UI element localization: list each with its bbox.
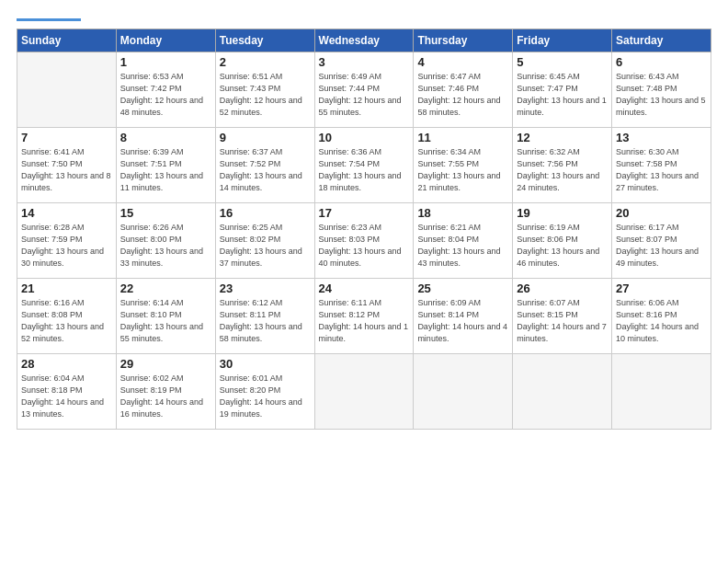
week-row-4: 21 Sunrise: 6:16 AMSunset: 8:08 PMDaylig…: [17, 279, 711, 354]
day-info: Sunrise: 6:06 AMSunset: 8:16 PMDaylight:…: [616, 297, 707, 345]
day-number: 8: [120, 131, 211, 144]
day-number: 21: [21, 282, 112, 295]
day-number: 25: [417, 282, 508, 295]
calendar-cell: 28 Sunrise: 6:04 AMSunset: 8:18 PMDaylig…: [17, 354, 117, 430]
day-header-wednesday: Wednesday: [314, 29, 414, 52]
day-info: Sunrise: 6:45 AMSunset: 7:47 PMDaylight:…: [517, 71, 608, 119]
calendar-cell: 11 Sunrise: 6:34 AMSunset: 7:55 PMDaylig…: [414, 128, 513, 203]
day-number: 18: [417, 206, 508, 220]
day-header-monday: Monday: [116, 29, 215, 52]
calendar-cell: 18 Sunrise: 6:21 AMSunset: 8:04 PMDaylig…: [414, 203, 513, 279]
day-number: 10: [319, 131, 410, 144]
day-number: 1: [120, 55, 211, 69]
calendar-cell: [17, 52, 117, 128]
week-row-1: 1 Sunrise: 6:53 AMSunset: 7:42 PMDayligh…: [17, 52, 711, 128]
day-header-thursday: Thursday: [414, 29, 513, 52]
day-header-friday: Friday: [513, 29, 612, 52]
calendar-cell: 13 Sunrise: 6:30 AMSunset: 7:58 PMDaylig…: [612, 128, 711, 203]
day-number: 11: [417, 131, 508, 144]
day-header-saturday: Saturday: [612, 29, 711, 52]
calendar-cell: 16 Sunrise: 6:25 AMSunset: 8:02 PMDaylig…: [215, 203, 314, 279]
calendar-cell: [314, 354, 414, 430]
day-info: Sunrise: 6:53 AMSunset: 7:42 PMDaylight:…: [120, 71, 211, 119]
day-info: Sunrise: 6:07 AMSunset: 8:15 PMDaylight:…: [517, 297, 608, 345]
day-info: Sunrise: 6:11 AMSunset: 8:12 PMDaylight:…: [319, 297, 410, 345]
logo: [17, 17, 81, 21]
calendar-table: SundayMondayTuesdayWednesdayThursdayFrid…: [17, 29, 711, 430]
days-header-row: SundayMondayTuesdayWednesdayThursdayFrid…: [17, 29, 711, 52]
calendar-cell: 30 Sunrise: 6:01 AMSunset: 8:20 PMDaylig…: [215, 354, 314, 430]
calendar-cell: 29 Sunrise: 6:02 AMSunset: 8:19 PMDaylig…: [116, 354, 215, 430]
week-row-5: 28 Sunrise: 6:04 AMSunset: 8:18 PMDaylig…: [17, 354, 711, 430]
calendar-cell: 20 Sunrise: 6:17 AMSunset: 8:07 PMDaylig…: [612, 203, 711, 279]
calendar-cell: 25 Sunrise: 6:09 AMSunset: 8:14 PMDaylig…: [414, 279, 513, 354]
day-info: Sunrise: 6:14 AMSunset: 8:10 PMDaylight:…: [120, 297, 211, 345]
day-info: Sunrise: 6:28 AMSunset: 7:59 PMDaylight:…: [21, 222, 112, 270]
day-number: 27: [616, 282, 707, 295]
calendar-cell: [612, 354, 711, 430]
day-number: 30: [220, 357, 311, 371]
calendar-cell: 21 Sunrise: 6:16 AMSunset: 8:08 PMDaylig…: [17, 279, 117, 354]
day-info: Sunrise: 6:32 AMSunset: 7:56 PMDaylight:…: [517, 146, 608, 194]
calendar-cell: 5 Sunrise: 6:45 AMSunset: 7:47 PMDayligh…: [513, 52, 612, 128]
day-info: Sunrise: 6:34 AMSunset: 7:55 PMDaylight:…: [417, 146, 508, 194]
day-header-sunday: Sunday: [17, 29, 117, 52]
calendar-cell: 27 Sunrise: 6:06 AMSunset: 8:16 PMDaylig…: [612, 279, 711, 354]
calendar-cell: 2 Sunrise: 6:51 AMSunset: 7:43 PMDayligh…: [215, 52, 314, 128]
day-number: 16: [220, 206, 311, 220]
day-number: 19: [517, 206, 608, 220]
calendar-cell: 24 Sunrise: 6:11 AMSunset: 8:12 PMDaylig…: [314, 279, 414, 354]
day-number: 7: [21, 131, 112, 144]
day-number: 17: [319, 206, 410, 220]
day-info: Sunrise: 6:39 AMSunset: 7:51 PMDaylight:…: [120, 146, 211, 194]
day-number: 28: [21, 357, 112, 371]
calendar-cell: [414, 354, 513, 430]
calendar-cell: 22 Sunrise: 6:14 AMSunset: 8:10 PMDaylig…: [116, 279, 215, 354]
calendar-cell: 8 Sunrise: 6:39 AMSunset: 7:51 PMDayligh…: [116, 128, 215, 203]
day-number: 5: [517, 55, 608, 69]
day-info: Sunrise: 6:30 AMSunset: 7:58 PMDaylight:…: [616, 146, 707, 194]
day-number: 22: [120, 282, 211, 295]
calendar-cell: 15 Sunrise: 6:26 AMSunset: 8:00 PMDaylig…: [116, 203, 215, 279]
calendar-cell: 4 Sunrise: 6:47 AMSunset: 7:46 PMDayligh…: [414, 52, 513, 128]
calendar-cell: 10 Sunrise: 6:36 AMSunset: 7:54 PMDaylig…: [314, 128, 414, 203]
calendar-cell: 26 Sunrise: 6:07 AMSunset: 8:15 PMDaylig…: [513, 279, 612, 354]
day-info: Sunrise: 6:16 AMSunset: 8:08 PMDaylight:…: [21, 297, 112, 345]
day-info: Sunrise: 6:25 AMSunset: 8:02 PMDaylight:…: [220, 222, 311, 270]
day-number: 6: [616, 55, 707, 69]
day-number: 23: [220, 282, 311, 295]
day-number: 26: [517, 282, 608, 295]
calendar-cell: [513, 354, 612, 430]
day-number: 4: [417, 55, 508, 69]
week-row-2: 7 Sunrise: 6:41 AMSunset: 7:50 PMDayligh…: [17, 128, 711, 203]
day-info: Sunrise: 6:51 AMSunset: 7:43 PMDaylight:…: [220, 71, 311, 119]
page-container: SundayMondayTuesdayWednesdayThursdayFrid…: [0, 0, 728, 563]
day-number: 24: [319, 282, 410, 295]
day-info: Sunrise: 6:19 AMSunset: 8:06 PMDaylight:…: [517, 222, 608, 270]
day-info: Sunrise: 6:49 AMSunset: 7:44 PMDaylight:…: [319, 71, 410, 119]
calendar-cell: 12 Sunrise: 6:32 AMSunset: 7:56 PMDaylig…: [513, 128, 612, 203]
day-number: 2: [220, 55, 311, 69]
header: [17, 17, 711, 21]
calendar-cell: 14 Sunrise: 6:28 AMSunset: 7:59 PMDaylig…: [17, 203, 117, 279]
day-info: Sunrise: 6:43 AMSunset: 7:48 PMDaylight:…: [616, 71, 707, 119]
day-number: 3: [319, 55, 410, 69]
day-header-tuesday: Tuesday: [215, 29, 314, 52]
day-info: Sunrise: 6:17 AMSunset: 8:07 PMDaylight:…: [616, 222, 707, 270]
day-info: Sunrise: 6:09 AMSunset: 8:14 PMDaylight:…: [417, 297, 508, 345]
calendar-cell: 3 Sunrise: 6:49 AMSunset: 7:44 PMDayligh…: [314, 52, 414, 128]
calendar-cell: 6 Sunrise: 6:43 AMSunset: 7:48 PMDayligh…: [612, 52, 711, 128]
day-info: Sunrise: 6:41 AMSunset: 7:50 PMDaylight:…: [21, 146, 112, 194]
calendar-cell: 23 Sunrise: 6:12 AMSunset: 8:11 PMDaylig…: [215, 279, 314, 354]
day-info: Sunrise: 6:36 AMSunset: 7:54 PMDaylight:…: [319, 146, 410, 194]
day-info: Sunrise: 6:02 AMSunset: 8:19 PMDaylight:…: [120, 373, 211, 420]
day-number: 29: [120, 357, 211, 371]
calendar-cell: 1 Sunrise: 6:53 AMSunset: 7:42 PMDayligh…: [116, 52, 215, 128]
day-number: 15: [120, 206, 211, 220]
calendar-cell: 9 Sunrise: 6:37 AMSunset: 7:52 PMDayligh…: [215, 128, 314, 203]
day-info: Sunrise: 6:23 AMSunset: 8:03 PMDaylight:…: [319, 222, 410, 270]
day-info: Sunrise: 6:12 AMSunset: 8:11 PMDaylight:…: [220, 297, 311, 345]
day-info: Sunrise: 6:37 AMSunset: 7:52 PMDaylight:…: [220, 146, 311, 194]
week-row-3: 14 Sunrise: 6:28 AMSunset: 7:59 PMDaylig…: [17, 203, 711, 279]
day-info: Sunrise: 6:26 AMSunset: 8:00 PMDaylight:…: [120, 222, 211, 270]
